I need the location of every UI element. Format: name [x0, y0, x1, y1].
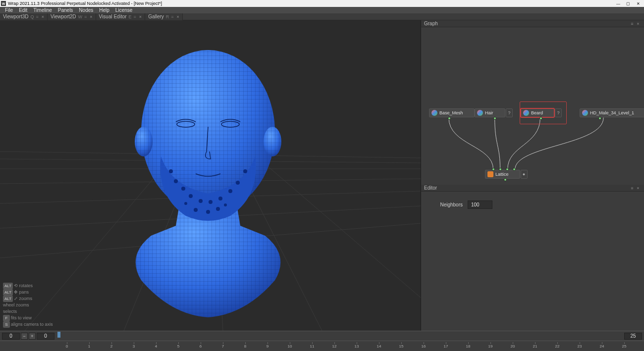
window-title: Wrap 2021.11.3 Professional Perpetual No…	[8, 1, 613, 6]
ruler-label: 21	[533, 344, 537, 349]
panel-title: Graph	[424, 21, 438, 26]
ruler-label: 0	[66, 344, 68, 349]
tab-visual-editor[interactable]: Visual Editor E ≡ ×	[96, 13, 146, 20]
grip-icon: ≡	[134, 14, 136, 19]
input-port[interactable]	[506, 168, 509, 171]
close-icon[interactable]: ×	[177, 14, 179, 19]
node-body[interactable]: HD_Male_34_Level_1	[580, 108, 644, 117]
node-label: Hair	[485, 110, 505, 115]
svg-point-17	[264, 127, 281, 156]
svg-point-22	[189, 194, 193, 198]
head-mesh	[97, 48, 320, 325]
svg-point-20	[174, 179, 178, 183]
node-base[interactable]: Base_Mesh?	[429, 108, 482, 117]
menu-help[interactable]: Help	[96, 7, 112, 13]
graph-panel-header: Graph ≡ ×	[421, 20, 644, 27]
start-frame-input[interactable]	[37, 333, 54, 340]
node-aux-button[interactable]: ?	[506, 108, 513, 117]
close-icon[interactable]: ×	[139, 14, 142, 19]
node-lattice[interactable]: Lattice●	[485, 170, 528, 179]
app-icon: W	[1, 1, 6, 6]
svg-point-21	[181, 187, 185, 191]
ruler-label: 11	[310, 344, 315, 349]
panel-title: Editor	[424, 185, 437, 191]
ruler-label: 23	[578, 344, 582, 349]
svg-point-34	[206, 210, 210, 214]
node-aux-button[interactable]: ?	[555, 108, 562, 117]
node-label: HD_Male_34_Level_1	[590, 110, 644, 115]
panel-close-icon[interactable]: ×	[635, 186, 641, 191]
grip-icon: ≡	[36, 14, 39, 19]
mesh-icon	[523, 110, 529, 116]
neighbors-input[interactable]	[468, 201, 492, 209]
tab-label: Viewport2D	[51, 14, 76, 19]
grip-icon: ≡	[84, 14, 87, 19]
output-port[interactable]	[504, 178, 507, 181]
menu-license[interactable]: License	[112, 7, 135, 13]
graph-canvas[interactable]: Base_Mesh?Hair?Beard?HD_Male_34_Level_1●…	[421, 27, 644, 185]
close-icon[interactable]: ×	[90, 14, 92, 19]
node-body[interactable]: Base_Mesh	[429, 108, 475, 117]
menu-timeline[interactable]: Timeline	[30, 7, 54, 13]
node-beard[interactable]: Beard?	[521, 108, 562, 117]
output-port[interactable]	[448, 117, 451, 120]
hud-label: selects	[3, 309, 17, 314]
tab-gallery[interactable]: Gallery R ≡ ×	[145, 13, 183, 20]
menu-file[interactable]: File	[2, 7, 16, 13]
input-port[interactable]	[492, 168, 495, 171]
ruler-label: 16	[422, 344, 426, 349]
node-body[interactable]: Lattice	[485, 170, 520, 179]
keycap: ALT	[3, 296, 13, 302]
close-button[interactable]: ✕	[633, 0, 643, 6]
increment-button[interactable]: +	[29, 333, 36, 340]
node-hair[interactable]: Hair?	[475, 108, 513, 117]
node-label: Beard	[531, 110, 554, 115]
svg-point-33	[224, 203, 227, 206]
svg-point-25	[218, 197, 222, 201]
ruler-label: 24	[600, 344, 604, 349]
close-icon[interactable]: ×	[42, 14, 44, 19]
titlebar: W Wrap 2021.11.3 Professional Perpetual …	[0, 0, 644, 7]
node-body[interactable]: Beard	[521, 108, 554, 117]
panel-close-icon[interactable]: ×	[635, 21, 641, 26]
ruler-label: 25	[622, 344, 627, 349]
timeline-marker[interactable]	[57, 332, 60, 338]
node-hd[interactable]: HD_Male_34_Level_1●	[580, 108, 644, 117]
ruler-label: 17	[444, 344, 448, 349]
tab-label: Viewport3D	[3, 14, 29, 19]
maximize-button[interactable]: ▢	[623, 0, 633, 6]
ruler-label: 9	[267, 344, 268, 349]
panel-menu-icon[interactable]: ≡	[629, 186, 635, 191]
minimize-button[interactable]: —	[613, 0, 623, 6]
output-port[interactable]	[493, 117, 496, 120]
current-frame-input[interactable]	[2, 333, 20, 340]
input-port[interactable]	[499, 168, 502, 171]
input-port[interactable]	[513, 168, 516, 171]
tab-label: Visual Editor	[99, 14, 127, 19]
ruler-label: 19	[488, 344, 493, 349]
timeline-track[interactable]	[57, 332, 621, 341]
output-port[interactable]	[539, 117, 542, 120]
menu-edit[interactable]: Edit	[16, 7, 30, 13]
output-port[interactable]	[598, 117, 601, 120]
mesh-icon	[431, 110, 437, 116]
hud-row: Ffits to view	[3, 315, 53, 321]
node-body[interactable]: Hair	[475, 108, 505, 117]
ruler-label: 14	[377, 344, 381, 349]
hud-row: selects	[3, 308, 53, 315]
viewport3d[interactable]: ALT⟲ rotates ALT✥ pans ALT⤢ zooms wheel …	[0, 20, 421, 331]
menu-nodes[interactable]: Nodes	[76, 7, 96, 13]
panel-menu-icon[interactable]: ≡	[629, 21, 635, 26]
menu-panels[interactable]: Panels	[55, 7, 76, 13]
tab-viewport2d[interactable]: Viewport2D W ≡ ×	[48, 13, 96, 20]
svg-point-24	[209, 200, 213, 204]
tab-hotkey: Q	[31, 14, 34, 19]
node-aux-button[interactable]: ●	[521, 170, 528, 179]
mouse-icon: ⟲	[14, 283, 18, 288]
decrement-button[interactable]: −	[21, 333, 28, 340]
svg-point-32	[184, 202, 187, 205]
ruler-label: 3	[133, 344, 135, 349]
tab-viewport3d[interactable]: Viewport3D Q ≡ ×	[0, 13, 48, 20]
tab-label: Gallery	[148, 14, 164, 19]
end-frame-input[interactable]	[624, 333, 642, 340]
